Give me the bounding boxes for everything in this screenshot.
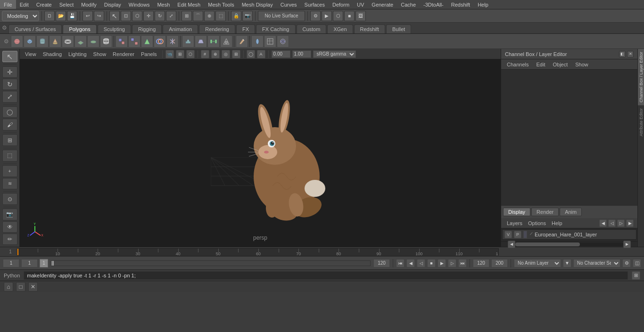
- shelf-deform[interactable]: [251, 35, 264, 48]
- menu-mesh-display[interactable]: Mesh Display: [238, 0, 277, 9]
- menu-generate[interactable]: Generate: [368, 0, 397, 9]
- layer-p-btn[interactable]: P: [514, 231, 521, 238]
- rp-object[interactable]: Object: [551, 61, 570, 68]
- gimbal-btn[interactable]: ⊙: [2, 193, 17, 204]
- play-btn[interactable]: ▶: [438, 259, 446, 267]
- layers-prev2-btn[interactable]: ◁: [608, 219, 616, 227]
- last-frame-btn[interactable]: ⏭: [458, 259, 467, 267]
- menu-deform[interactable]: Deform: [329, 0, 353, 9]
- shelf-sphere[interactable]: [11, 35, 23, 48]
- shelf-cube[interactable]: [24, 35, 36, 48]
- panel-close-btn[interactable]: ✕: [627, 51, 634, 57]
- menu-modify[interactable]: Modify: [77, 0, 100, 9]
- lock-btn[interactable]: 🔒: [231, 11, 241, 21]
- current-frame-field[interactable]: [3, 259, 19, 267]
- no-live-surface-btn[interactable]: No Live Surface: [258, 11, 305, 21]
- shelf-pipe[interactable]: [100, 35, 112, 48]
- vp-panels-menu[interactable]: Panels: [139, 51, 159, 57]
- lasso-btn[interactable]: ⊡: [121, 11, 131, 21]
- soft-mod-btn[interactable]: ◯: [2, 106, 17, 118]
- shelf-disc[interactable]: [87, 35, 99, 48]
- shelf-mirror[interactable]: [166, 35, 179, 48]
- show-hide-btn[interactable]: 👁: [2, 221, 17, 233]
- move-btn[interactable]: ✛: [143, 11, 154, 21]
- save-scene-btn[interactable]: 💾: [67, 11, 77, 21]
- tab-custom[interactable]: Custom: [297, 24, 327, 33]
- menu-curves[interactable]: Curves: [277, 0, 301, 9]
- shelf-plane[interactable]: [74, 35, 87, 48]
- menu-file[interactable]: File: [0, 0, 16, 9]
- tab-rendering[interactable]: Rendering: [199, 24, 235, 33]
- vp-wireframe-btn[interactable]: ⬡: [186, 50, 195, 58]
- layers-nav-layers[interactable]: Layers: [505, 219, 524, 227]
- shelf-bevel[interactable]: [195, 35, 207, 48]
- deform-btn[interactable]: ≋: [2, 178, 17, 189]
- vp-smooth-btn[interactable]: ◯: [247, 50, 255, 58]
- status-window-btn[interactable]: □: [16, 282, 25, 292]
- tab-fx-caching[interactable]: FX Caching: [256, 24, 295, 33]
- tab-sculpting[interactable]: Sculpting: [98, 24, 131, 33]
- vp-shading-menu[interactable]: Shading: [41, 51, 64, 57]
- layer-row-0[interactable]: V P ⟋ European_Hare_001_layer: [502, 229, 636, 240]
- menu-3dtoall[interactable]: -3DtoAll-: [420, 0, 447, 9]
- menu-uv[interactable]: UV: [353, 0, 368, 9]
- vp-resolution-btn[interactable]: ⊞: [232, 50, 240, 58]
- render-settings-btn[interactable]: ⚙: [310, 11, 321, 21]
- next-frame-btn[interactable]: ▷: [448, 259, 456, 267]
- layers-next2-btn[interactable]: ▷: [617, 219, 625, 227]
- vp-aa-btn[interactable]: A: [257, 50, 265, 58]
- vp-scale-field[interactable]: [292, 50, 311, 58]
- vp-frame-btn[interactable]: ⊞: [176, 50, 184, 58]
- rp-channels[interactable]: Channels: [505, 61, 530, 68]
- playback-start-field[interactable]: [473, 259, 489, 267]
- layers-nav-options[interactable]: Options: [526, 219, 548, 227]
- menu-edit[interactable]: Edit: [16, 0, 33, 9]
- vp-xray-btn[interactable]: ⊕: [211, 50, 220, 58]
- select-mode-btn[interactable]: ↖: [2, 51, 17, 62]
- snap-btn[interactable]: ⊞: [2, 134, 17, 146]
- cd-tab-render[interactable]: Render: [531, 208, 559, 216]
- range-slider[interactable]: [51, 260, 371, 266]
- snap-grid-btn[interactable]: ⊞: [182, 11, 192, 21]
- rp-edit[interactable]: Edit: [534, 61, 547, 68]
- shelf-wrap[interactable]: [277, 35, 289, 48]
- anim-layer-add-btn[interactable]: ▼: [563, 259, 571, 267]
- status-home-btn[interactable]: ⌂: [4, 282, 13, 292]
- tab-polygons[interactable]: Polygons: [63, 24, 96, 33]
- rotate-tool-btn[interactable]: ↻: [2, 79, 17, 90]
- python-input[interactable]: [24, 271, 628, 280]
- paint-effects-btn[interactable]: ✏: [2, 234, 17, 245]
- char-btn2[interactable]: ◫: [633, 259, 641, 267]
- menu-select[interactable]: Select: [56, 0, 78, 9]
- tab-xgen[interactable]: XGen: [327, 24, 353, 33]
- layers-next-btn[interactable]: ▶: [626, 219, 634, 227]
- paint-btn[interactable]: ⬡: [132, 11, 142, 21]
- tab-fx[interactable]: FX: [236, 24, 255, 33]
- menu-mesh[interactable]: Mesh: [153, 0, 173, 9]
- shelf-boolean[interactable]: [154, 35, 166, 48]
- vp-renderer-menu[interactable]: Renderer: [110, 51, 137, 57]
- shelf-separate[interactable]: [128, 35, 140, 48]
- vp-isolate-btn[interactable]: ◎: [222, 50, 230, 58]
- render-view-btn[interactable]: 🖼: [355, 11, 366, 21]
- cd-tab-display[interactable]: Display: [503, 208, 530, 216]
- end-frame-field[interactable]: [373, 259, 390, 267]
- menu-redshift[interactable]: Redshift: [447, 0, 474, 9]
- shelf-bridge[interactable]: [207, 35, 220, 48]
- snap-surface-btn[interactable]: ⬚: [215, 11, 226, 21]
- render-btn[interactable]: ▶: [322, 11, 332, 21]
- h-scrollbar-track[interactable]: [515, 243, 623, 246]
- move-tool-btn[interactable]: ✛: [2, 66, 17, 78]
- tab-settings-btn[interactable]: ⚙: [0, 22, 8, 33]
- timeline-ruler[interactable]: 0102030405060708090100110120: [17, 248, 499, 256]
- rotate-btn[interactable]: ↻: [155, 11, 165, 21]
- vp-grid-btn[interactable]: #: [201, 50, 209, 58]
- tab-bullet[interactable]: Bullet: [386, 24, 412, 33]
- vp-show-menu[interactable]: Show: [91, 51, 109, 57]
- tab-redshift[interactable]: Redshift: [354, 24, 385, 33]
- back-play-btn[interactable]: ◁: [417, 259, 425, 267]
- shelf-cone[interactable]: [49, 35, 61, 48]
- layer-v-btn[interactable]: V: [504, 231, 512, 238]
- mode-dropdown[interactable]: Modeling: [2, 11, 39, 21]
- shelf-fill-hole[interactable]: [220, 35, 232, 48]
